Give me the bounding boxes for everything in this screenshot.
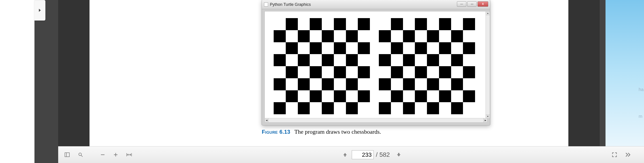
chessboard-1 bbox=[274, 18, 370, 114]
plus-icon bbox=[113, 152, 118, 157]
side-text-ha: ha bbox=[639, 87, 644, 92]
scroll-down-icon: ▼ bbox=[486, 115, 490, 118]
document-page: Python Turtle Graphics ― ▭ X ▲ ▼ ◀ ▶ bbox=[90, 0, 568, 147]
left-gutter bbox=[0, 0, 34, 163]
chevron-double-right-icon bbox=[625, 153, 631, 157]
scroll-left-icon: ◀ bbox=[265, 118, 268, 122]
window-titlebar: Python Turtle Graphics ― ▭ X bbox=[262, 0, 490, 9]
sidebar-icon bbox=[64, 152, 70, 158]
turtle-window-screenshot: Python Turtle Graphics ― ▭ X ▲ ▼ ◀ ▶ bbox=[262, 0, 490, 125]
side-text-m: m bbox=[639, 114, 642, 119]
more-tools-button[interactable] bbox=[625, 153, 631, 157]
zoom-in-button[interactable] bbox=[113, 152, 118, 157]
next-page-button[interactable] bbox=[396, 152, 402, 158]
search-icon bbox=[78, 152, 83, 158]
svg-rect-0 bbox=[65, 153, 69, 157]
fit-width-button[interactable] bbox=[126, 152, 132, 157]
svg-line-3 bbox=[81, 156, 82, 157]
scroll-up-icon: ▲ bbox=[486, 11, 490, 15]
prev-page-button[interactable] bbox=[342, 152, 348, 158]
minimize-button: ― bbox=[457, 1, 466, 7]
turtle-canvas bbox=[264, 11, 487, 119]
page-total-label: / 582 bbox=[376, 151, 390, 158]
close-button: X bbox=[478, 1, 488, 7]
figure-caption-text: The program draws two chessboards. bbox=[294, 129, 381, 135]
scroll-right-icon: ▶ bbox=[483, 118, 487, 122]
figure-number: Figure 6.13 bbox=[262, 129, 290, 135]
horizontal-scrollbar: ◀ ▶ bbox=[264, 118, 487, 123]
zoom-out-button[interactable] bbox=[100, 152, 105, 157]
figure-caption: Figure 6.13The program draws two chessbo… bbox=[262, 129, 381, 135]
fullscreen-icon bbox=[612, 152, 617, 158]
page-number-input[interactable] bbox=[352, 150, 374, 159]
next-page-peek bbox=[606, 0, 644, 147]
arrow-down-icon bbox=[396, 152, 402, 158]
chessboard-2 bbox=[379, 18, 475, 114]
tk-icon bbox=[264, 2, 268, 6]
find-button[interactable] bbox=[78, 152, 83, 158]
vertical-scrollbar: ▲ ▼ bbox=[486, 11, 490, 119]
arrow-up-icon bbox=[342, 152, 348, 158]
window-title: Python Turtle Graphics bbox=[270, 2, 311, 7]
pdf-toolbar: / 582 bbox=[58, 146, 644, 163]
page-bg-right bbox=[568, 0, 600, 147]
fullscreen-button[interactable] bbox=[612, 152, 617, 158]
sidebar-expand-button[interactable] bbox=[34, 0, 46, 20]
chevron-right-icon bbox=[38, 9, 42, 12]
page-bg-left bbox=[58, 0, 90, 147]
sidebar-toggle-button[interactable] bbox=[64, 152, 70, 158]
minus-icon bbox=[100, 152, 105, 157]
svg-point-2 bbox=[79, 153, 82, 156]
maximize-button: ▭ bbox=[467, 1, 476, 7]
fit-width-icon bbox=[126, 152, 132, 157]
